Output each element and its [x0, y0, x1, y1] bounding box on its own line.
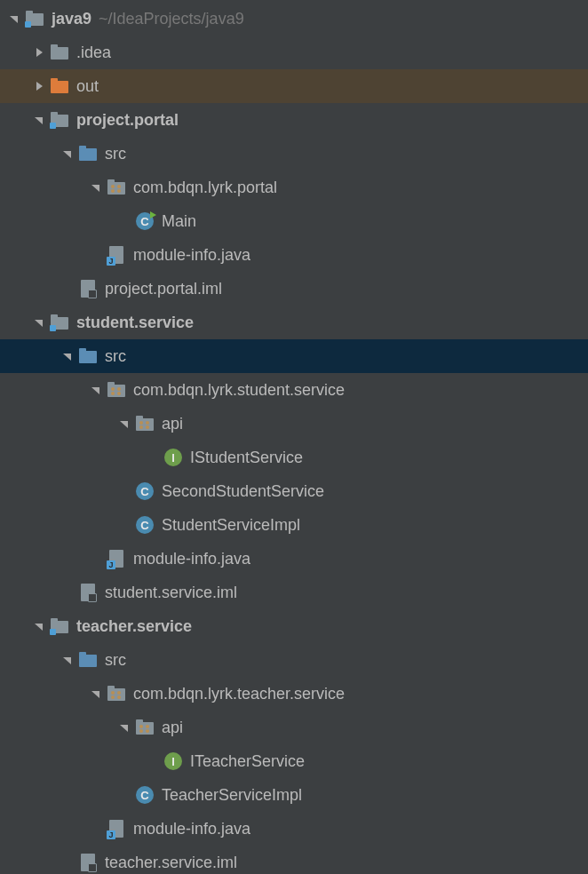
svg-marker-3 [35, 117, 43, 124]
iml-file-icon [78, 279, 98, 298]
module-folder-icon [50, 616, 69, 636]
tree-row[interactable]: C TeacherServiceImpl [0, 778, 588, 812]
tree-row[interactable]: module-info.java [0, 542, 588, 576]
chevron-down-icon[interactable] [7, 12, 21, 26]
interface-icon: I [163, 448, 183, 467]
iml-file-icon [78, 583, 98, 602]
tree-row[interactable]: teacher.service [0, 609, 588, 643]
tree-row[interactable]: src [0, 137, 588, 171]
module-folder-icon [25, 9, 44, 28]
chevron-down-icon[interactable] [60, 147, 75, 161]
tree-row[interactable]: com.bdqn.lyrk.student.service [0, 373, 588, 407]
file-label: project.portal.iml [105, 280, 222, 298]
module-folder-icon [50, 110, 69, 130]
tree-row-root[interactable]: java9 ~/IdeaProjects/java9 [0, 2, 588, 36]
tree-row[interactable]: src [0, 643, 588, 677]
package-label: api [162, 719, 183, 737]
chevron-down-icon[interactable] [32, 619, 46, 633]
file-label: module-info.java [133, 820, 250, 838]
chevron-down-icon[interactable] [89, 687, 103, 701]
file-label: module-info.java [133, 246, 250, 265]
tree-row[interactable]: .idea [0, 36, 588, 69]
package-icon [135, 718, 155, 737]
class-label: StudentServiceImpl [162, 516, 300, 535]
module-folder-icon [50, 313, 69, 332]
package-label: com.bdqn.lyrk.teacher.service [133, 685, 345, 703]
svg-marker-6 [35, 320, 43, 327]
chevron-down-icon[interactable] [60, 349, 75, 363]
folder-icon [50, 43, 69, 62]
svg-marker-4 [63, 151, 71, 158]
chevron-right-icon[interactable] [32, 79, 46, 93]
tree-row[interactable]: com.bdqn.lyrk.teacher.service [0, 677, 588, 711]
chevron-down-icon[interactable] [60, 653, 75, 667]
package-icon [135, 414, 155, 433]
tree-row[interactable]: C SecondStudentService [0, 474, 588, 508]
svg-marker-10 [35, 624, 43, 631]
tree-row-selected[interactable]: src [0, 339, 588, 373]
module-label: teacher.service [76, 617, 192, 636]
folder-label: src [105, 145, 126, 163]
svg-marker-11 [63, 657, 71, 664]
tree-row[interactable]: project.portal [0, 103, 588, 137]
project-name: java9 [52, 10, 91, 28]
module-label: project.portal [76, 111, 179, 130]
chevron-right-icon[interactable] [32, 45, 46, 60]
chevron-down-icon[interactable] [32, 315, 46, 330]
runnable-class-icon: C [135, 211, 155, 231]
svg-marker-2 [36, 82, 43, 91]
class-label: Main [162, 212, 196, 231]
tree-row[interactable]: student.service.iml [0, 576, 588, 609]
tree-row[interactable]: student.service [0, 306, 588, 339]
class-icon: C [135, 785, 155, 805]
folder-label: src [105, 347, 126, 366]
chevron-down-icon[interactable] [89, 383, 103, 397]
package-label: com.bdqn.lyrk.student.service [133, 381, 345, 400]
file-label: student.service.iml [105, 584, 237, 602]
java-file-icon [107, 549, 126, 568]
tree-row[interactable]: teacher.service.iml [0, 846, 588, 874]
tree-row[interactable]: api [0, 407, 588, 441]
package-icon [107, 684, 126, 703]
file-label: module-info.java [133, 550, 250, 568]
interface-label: ITeacherService [190, 752, 305, 771]
module-label: student.service [76, 314, 194, 332]
tree-row[interactable]: out [0, 69, 588, 103]
tree-row[interactable]: C Main [0, 204, 588, 238]
package-icon [107, 178, 126, 197]
project-path: ~/IdeaProjects/java9 [99, 10, 244, 28]
iml-file-icon [78, 853, 98, 872]
svg-marker-0 [10, 16, 18, 23]
file-label: teacher.service.iml [105, 854, 237, 872]
source-folder-icon [78, 650, 98, 670]
package-icon [107, 380, 126, 400]
folder-label: src [105, 651, 126, 670]
interface-icon: I [163, 751, 183, 771]
chevron-down-icon[interactable] [117, 417, 131, 431]
tree-row[interactable]: com.bdqn.lyrk.portal [0, 171, 588, 204]
tree-row[interactable]: module-info.java [0, 238, 588, 272]
java-file-icon [107, 245, 126, 265]
chevron-down-icon[interactable] [32, 113, 46, 127]
tree-row[interactable]: project.portal.iml [0, 272, 588, 306]
tree-row[interactable]: C StudentServiceImpl [0, 508, 588, 542]
folder-icon [50, 76, 69, 96]
class-icon: C [135, 515, 155, 535]
tree-row[interactable]: module-info.java [0, 812, 588, 846]
tree-row[interactable]: I IStudentService [0, 441, 588, 474]
chevron-down-icon[interactable] [117, 720, 131, 735]
class-icon: C [135, 481, 155, 501]
svg-marker-1 [36, 48, 43, 57]
source-folder-icon [78, 144, 98, 163]
tree-row[interactable]: api [0, 711, 588, 744]
class-label: SecondStudentService [162, 482, 324, 501]
svg-marker-5 [91, 185, 99, 192]
svg-marker-9 [120, 421, 128, 428]
folder-label: out [76, 77, 99, 96]
package-label: com.bdqn.lyrk.portal [133, 179, 277, 197]
interface-label: IStudentService [190, 449, 303, 467]
svg-marker-12 [91, 691, 99, 698]
chevron-down-icon[interactable] [89, 180, 103, 195]
tree-row[interactable]: I ITeacherService [0, 744, 588, 778]
source-folder-icon [78, 346, 98, 366]
